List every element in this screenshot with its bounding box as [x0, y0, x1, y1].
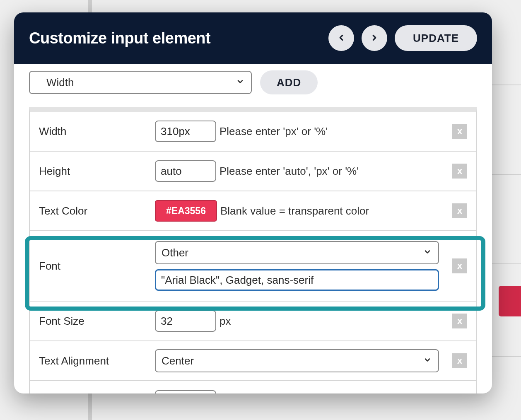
- prev-button[interactable]: [328, 25, 354, 51]
- row-label: Width: [39, 125, 151, 138]
- close-icon: x: [457, 261, 462, 271]
- add-property-bar: Width ADD: [29, 70, 477, 94]
- customize-modal: Customize input element UPDATE Width ADD: [14, 12, 492, 393]
- close-icon: x: [457, 126, 462, 137]
- color-swatch[interactable]: #EA3556: [155, 200, 217, 222]
- remove-button[interactable]: x: [452, 164, 467, 179]
- remove-button[interactable]: x: [452, 124, 467, 139]
- row-font-size: Font Size px x: [30, 302, 476, 341]
- add-button[interactable]: ADD: [260, 70, 318, 94]
- update-button[interactable]: UPDATE: [395, 25, 477, 51]
- close-icon: x: [457, 205, 462, 216]
- remove-button[interactable]: x: [452, 203, 467, 218]
- row-width: Width Please enter 'px' or '%' x: [30, 112, 476, 152]
- chevron-right-icon: [370, 33, 379, 43]
- row-label: Height: [39, 165, 151, 178]
- font-size-input[interactable]: [155, 310, 216, 332]
- font-size-unit: px: [219, 315, 231, 328]
- height-hint: Please enter 'auto', 'px' or '%': [219, 165, 359, 178]
- width-input[interactable]: [155, 121, 216, 142]
- close-icon: x: [457, 355, 462, 366]
- font-custom-input[interactable]: [155, 269, 439, 291]
- row-line-height: Line Height px x: [30, 381, 476, 393]
- row-label: Text Alignment: [39, 355, 151, 367]
- property-select[interactable]: Width: [29, 71, 252, 94]
- modal-body: Width ADD Width Please enter 'px' or '%': [14, 64, 492, 393]
- close-icon: x: [457, 316, 462, 326]
- chevron-left-icon: [337, 33, 346, 43]
- height-input[interactable]: [155, 160, 216, 182]
- row-text-color: Text Color #EA3556 Blank value = transpa…: [30, 191, 476, 231]
- row-text-alignment: Text Alignment Center: [30, 341, 476, 381]
- next-button[interactable]: [362, 25, 387, 51]
- row-label: Font Size: [39, 315, 151, 328]
- remove-button[interactable]: x: [452, 314, 467, 328]
- font-select[interactable]: Other: [155, 241, 439, 264]
- line-height-input[interactable]: [155, 390, 216, 393]
- text-alignment-select[interactable]: Center: [155, 349, 439, 372]
- properties-table: Width Please enter 'px' or '%' x Height: [29, 107, 477, 393]
- modal-header: Customize input element UPDATE: [14, 12, 492, 64]
- row-font: Font Other: [30, 231, 476, 302]
- close-icon: x: [457, 166, 462, 176]
- modal-title: Customize input element: [29, 29, 321, 47]
- width-hint: Please enter 'px' or '%': [219, 125, 328, 138]
- row-label: Text Color: [39, 205, 151, 217]
- row-height: Height Please enter 'auto', 'px' or '%' …: [30, 152, 476, 191]
- row-label: Font: [39, 260, 151, 273]
- remove-button[interactable]: x: [452, 258, 467, 273]
- remove-button[interactable]: x: [452, 353, 467, 368]
- text-color-hint: Blank value = transparent color: [220, 205, 369, 217]
- bg-red-block: [499, 286, 521, 316]
